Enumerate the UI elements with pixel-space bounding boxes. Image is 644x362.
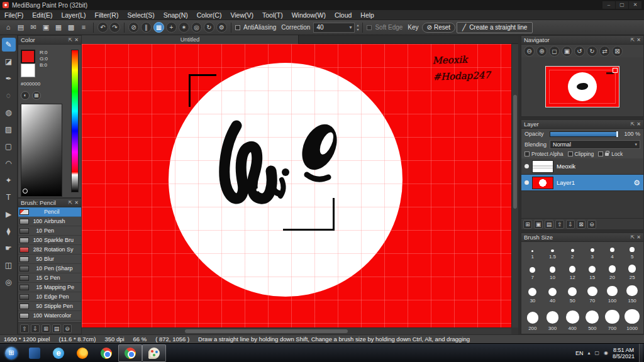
- lasso-tool[interactable]: ◠: [2, 156, 16, 170]
- select-tool[interactable]: ▢: [2, 140, 16, 153]
- magic-wand-tool[interactable]: ✦: [2, 173, 16, 187]
- soft-edge-checkbox[interactable]: [367, 25, 372, 30]
- merge-down-icon[interactable]: ⊠: [577, 220, 586, 229]
- brush-list-item[interactable]: 50 Stipple Pen: [18, 302, 81, 311]
- divide-tool[interactable]: ◫: [2, 258, 16, 272]
- move-layer-down-icon[interactable]: ⇩: [566, 220, 575, 229]
- menu-item[interactable]: Edit(E): [28, 10, 57, 20]
- brush-size-option[interactable]: 10: [543, 261, 563, 282]
- taskbar-firefox-icon[interactable]: [70, 344, 94, 362]
- panel-toggle-icon[interactable]: ▣: [40, 22, 52, 33]
- close-panel-icon[interactable]: ✕: [74, 200, 79, 206]
- zoom-out-icon[interactable]: ⊖: [524, 46, 535, 57]
- rgb-hsv-toggle-icon[interactable]: ◐: [21, 91, 30, 100]
- canvas[interactable]: Meoxik #Hodap247: [82, 44, 511, 327]
- menu-item[interactable]: Layer(L): [57, 10, 90, 20]
- publish-icon[interactable]: ✉: [28, 22, 39, 33]
- menu-item[interactable]: Window(W): [287, 10, 330, 20]
- move-layer-up-icon[interactable]: ⇧: [555, 220, 564, 229]
- brush-size-option[interactable]: 5: [622, 243, 642, 261]
- zoom-100-icon[interactable]: ◻: [549, 46, 560, 57]
- brush-folder-icon[interactable]: ▤: [52, 324, 61, 333]
- brush-size-option[interactable]: 100: [602, 282, 623, 305]
- brush-size-option[interactable]: 1000: [622, 305, 642, 332]
- operation-tool[interactable]: ▶: [2, 207, 16, 221]
- create-straight-line-button[interactable]: ╱ Create a straight line: [457, 22, 533, 33]
- antialiasing-checkbox[interactable]: [235, 25, 240, 30]
- home-icon[interactable]: ⌂: [3, 22, 14, 33]
- brush-size-option[interactable]: 1.5: [543, 243, 563, 261]
- snap-parallel-icon[interactable]: ∥: [141, 22, 152, 33]
- text-tool[interactable]: T: [2, 190, 16, 204]
- gradient-tool[interactable]: ▨: [2, 123, 16, 136]
- taskbar-edge-icon[interactable]: [47, 344, 70, 362]
- snap-settings-icon[interactable]: ⚙: [216, 22, 227, 33]
- brush-list-item[interactable]: Pencil: [18, 207, 81, 217]
- brush-list-item[interactable]: 100 Watercolor: [18, 311, 81, 321]
- zoom-tool[interactable]: ◎: [2, 275, 16, 289]
- maximize-button[interactable]: ▢: [616, 1, 628, 9]
- brush-size-option[interactable]: 300: [543, 305, 563, 332]
- brush-size-option[interactable]: 3: [582, 243, 602, 261]
- brush-size-option[interactable]: 50: [562, 282, 582, 305]
- zoom-in-icon[interactable]: ⊕: [536, 46, 547, 57]
- popout-icon[interactable]: ⇱: [69, 37, 73, 43]
- layer-visibility-icon[interactable]: [525, 180, 529, 185]
- language-indicator[interactable]: EN: [575, 350, 584, 356]
- airbrush-tool[interactable]: ◌: [2, 89, 16, 102]
- brush-list-item[interactable]: 15 Mapping Pe: [18, 283, 81, 292]
- brush-size-option[interactable]: 7: [523, 261, 543, 282]
- layer-settings-gear-icon[interactable]: ⚙: [633, 178, 640, 187]
- clock[interactable]: 8:51 AM 8/5/2021: [613, 347, 635, 359]
- redo-icon[interactable]: ↷: [109, 22, 120, 33]
- layer-row[interactable]: Meoxik ⚙: [521, 158, 643, 175]
- menu-item[interactable]: Cloud: [330, 10, 356, 20]
- navigator-thumbnail[interactable]: [545, 66, 619, 107]
- layer-visibility-icon[interactable]: [525, 164, 529, 168]
- eraser-tool[interactable]: ◪: [2, 55, 16, 69]
- brush-size-option[interactable]: 30: [523, 282, 543, 305]
- horizontal-scrollbar[interactable]: [82, 327, 511, 334]
- rotate-right-icon[interactable]: ↻: [587, 46, 597, 57]
- minimize-button[interactable]: –: [602, 1, 615, 9]
- add-layer-icon[interactable]: ⊞: [523, 220, 532, 229]
- snap-off-icon[interactable]: ⊘: [128, 22, 139, 33]
- reset-view-icon[interactable]: ⊠: [612, 46, 623, 57]
- reset-button[interactable]: ⊘ Reset: [422, 23, 456, 33]
- brush-size-option[interactable]: 40: [543, 282, 563, 305]
- close-panel-icon[interactable]: ✕: [636, 37, 641, 43]
- layer-row[interactable]: Layer1 ⚙: [521, 175, 643, 191]
- step-down-icon[interactable]: ▾: [357, 28, 358, 32]
- brush-size-option[interactable]: 150: [622, 282, 642, 305]
- lock-checkbox[interactable]: [598, 151, 603, 156]
- popout-icon[interactable]: ⇱: [631, 37, 635, 43]
- brush-list-item[interactable]: 100 Sparkle Bru: [18, 236, 81, 245]
- brush-up-icon[interactable]: ⇧: [20, 324, 29, 333]
- show-desktop-button[interactable]: [639, 344, 643, 362]
- brush-size-option[interactable]: 4: [602, 243, 623, 261]
- navigator-view-rectangle[interactable]: [549, 70, 616, 104]
- start-button[interactable]: ⊞: [0, 344, 23, 362]
- brush-size-option[interactable]: 400: [562, 305, 582, 332]
- close-panel-icon[interactable]: ✕: [636, 234, 641, 241]
- undo-icon[interactable]: ↶: [97, 22, 108, 33]
- snap-ellipse-icon[interactable]: ◎: [191, 22, 202, 33]
- snap-radial-icon[interactable]: ✶: [179, 22, 189, 33]
- brush-size-option[interactable]: 2: [562, 243, 582, 261]
- color-cursor[interactable]: [23, 189, 28, 194]
- menu-list-icon[interactable]: ≡: [78, 22, 89, 33]
- menu-item[interactable]: Color(C): [192, 10, 226, 20]
- popout-icon[interactable]: ⇱: [631, 121, 635, 128]
- add-brush-icon[interactable]: ⊞: [42, 324, 50, 333]
- brush-size-option[interactable]: 1: [523, 243, 543, 261]
- brush-down-icon[interactable]: ⇩: [31, 324, 40, 333]
- clipping-checkbox[interactable]: [568, 151, 573, 156]
- snap-grid-icon[interactable]: ▦: [153, 22, 164, 33]
- menu-item[interactable]: File(F): [0, 10, 28, 20]
- taskbar-chrome-active-icon[interactable]: [118, 344, 142, 362]
- brush-tool[interactable]: ✎: [2, 38, 16, 52]
- duplicate-layer-icon[interactable]: ▣: [534, 220, 543, 229]
- material-panel-icon[interactable]: ▩: [65, 22, 77, 33]
- hand-tool[interactable]: ☛: [2, 241, 16, 255]
- menu-item[interactable]: Snap(N): [159, 10, 192, 20]
